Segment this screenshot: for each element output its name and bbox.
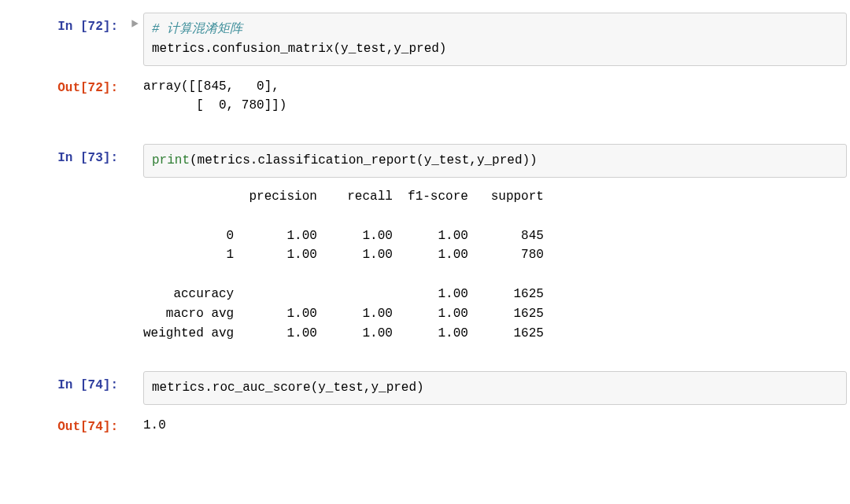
- prompt-out-74: Out[74]:: [0, 413, 126, 441]
- code-editor-74[interactable]: metrics.roc_auc_score(y_test,y_pred): [143, 371, 847, 405]
- input-gutter: [126, 144, 143, 149]
- prompt-empty-73: [0, 184, 126, 193]
- prompt-in-73: In [73]:: [0, 144, 126, 172]
- code-line: metrics.roc_auc_score(y_test,y_pred): [152, 381, 424, 395]
- cell-74-input-row: In [74]: metrics.roc_auc_score(y_test,y_…: [0, 371, 850, 405]
- cell-73-input-row: In [73]: print(metrics.classification_re…: [0, 144, 850, 178]
- code-comment: # 计算混淆矩阵: [152, 22, 242, 36]
- prompt-in-72: In [72]:: [0, 13, 126, 41]
- output-gutter: [126, 413, 143, 418]
- play-icon: [130, 19, 139, 28]
- code-editor-73[interactable]: print(metrics.classification_report(y_te…: [143, 144, 847, 178]
- cell-74-output-row: Out[74]: 1.0: [0, 413, 850, 441]
- code-editor-72[interactable]: # 计算混淆矩阵 metrics.confusion_matrix(y_test…: [143, 13, 847, 66]
- notebook: In [72]: # 计算混淆矩阵 metrics.confusion_matr…: [0, 0, 850, 457]
- code-fn: print: [152, 153, 190, 167]
- cell-72-input-row: In [72]: # 计算混淆矩阵 metrics.confusion_matr…: [0, 13, 850, 66]
- output-text-73: precision recall f1-score support 0 1.00…: [143, 184, 850, 346]
- output-text-72: array([[845, 0], [ 0, 780]]): [143, 74, 850, 120]
- prompt-in-74: In [74]:: [0, 371, 126, 399]
- prompt-out-72: Out[72]:: [0, 74, 126, 102]
- output-text-74: 1.0: [143, 413, 850, 439]
- run-cell-button[interactable]: [126, 13, 143, 28]
- output-gutter: [126, 184, 143, 189]
- cell-72-output-row: Out[72]: array([[845, 0], [ 0, 780]]): [0, 74, 850, 120]
- svg-marker-0: [131, 20, 138, 28]
- input-gutter: [126, 371, 143, 376]
- code-line: metrics.confusion_matrix(y_test,y_pred): [152, 42, 446, 56]
- cell-spacer: [0, 119, 850, 139]
- code-rest: (metrics.classification_report(y_test,y_…: [190, 153, 538, 167]
- cell-73-output-row: precision recall f1-score support 0 1.00…: [0, 184, 850, 346]
- output-gutter: [126, 74, 143, 79]
- cell-spacer: [0, 346, 850, 366]
